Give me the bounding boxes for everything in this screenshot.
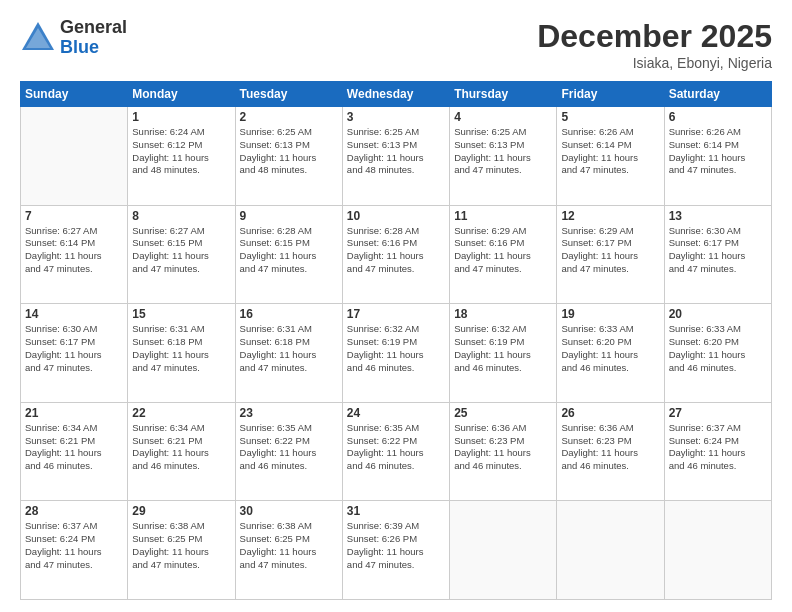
logo: General Blue xyxy=(20,18,127,58)
calendar-cell: 21Sunrise: 6:34 AM Sunset: 6:21 PM Dayli… xyxy=(21,402,128,501)
day-number: 7 xyxy=(25,209,123,223)
day-info: Sunrise: 6:24 AM Sunset: 6:12 PM Dayligh… xyxy=(132,126,230,177)
day-number: 30 xyxy=(240,504,338,518)
calendar-cell: 5Sunrise: 6:26 AM Sunset: 6:14 PM Daylig… xyxy=(557,107,664,206)
calendar-cell xyxy=(450,501,557,600)
logo-text: General Blue xyxy=(60,18,127,58)
day-info: Sunrise: 6:30 AM Sunset: 6:17 PM Dayligh… xyxy=(669,225,767,276)
day-info: Sunrise: 6:25 AM Sunset: 6:13 PM Dayligh… xyxy=(454,126,552,177)
day-number: 27 xyxy=(669,406,767,420)
day-info: Sunrise: 6:33 AM Sunset: 6:20 PM Dayligh… xyxy=(669,323,767,374)
calendar-cell: 27Sunrise: 6:37 AM Sunset: 6:24 PM Dayli… xyxy=(664,402,771,501)
month-title: December 2025 xyxy=(537,18,772,55)
day-info: Sunrise: 6:31 AM Sunset: 6:18 PM Dayligh… xyxy=(132,323,230,374)
day-number: 18 xyxy=(454,307,552,321)
day-info: Sunrise: 6:39 AM Sunset: 6:26 PM Dayligh… xyxy=(347,520,445,571)
day-info: Sunrise: 6:34 AM Sunset: 6:21 PM Dayligh… xyxy=(25,422,123,473)
calendar-cell: 26Sunrise: 6:36 AM Sunset: 6:23 PM Dayli… xyxy=(557,402,664,501)
day-number: 3 xyxy=(347,110,445,124)
calendar-week-5: 28Sunrise: 6:37 AM Sunset: 6:24 PM Dayli… xyxy=(21,501,772,600)
header: General Blue December 2025 Isiaka, Ebony… xyxy=(20,18,772,71)
calendar-cell: 31Sunrise: 6:39 AM Sunset: 6:26 PM Dayli… xyxy=(342,501,449,600)
calendar-cell: 23Sunrise: 6:35 AM Sunset: 6:22 PM Dayli… xyxy=(235,402,342,501)
calendar-cell: 30Sunrise: 6:38 AM Sunset: 6:25 PM Dayli… xyxy=(235,501,342,600)
day-number: 16 xyxy=(240,307,338,321)
day-info: Sunrise: 6:25 AM Sunset: 6:13 PM Dayligh… xyxy=(347,126,445,177)
calendar-cell xyxy=(664,501,771,600)
col-header-monday: Monday xyxy=(128,82,235,107)
day-info: Sunrise: 6:26 AM Sunset: 6:14 PM Dayligh… xyxy=(669,126,767,177)
day-number: 4 xyxy=(454,110,552,124)
calendar-cell: 29Sunrise: 6:38 AM Sunset: 6:25 PM Dayli… xyxy=(128,501,235,600)
day-info: Sunrise: 6:38 AM Sunset: 6:25 PM Dayligh… xyxy=(132,520,230,571)
day-number: 22 xyxy=(132,406,230,420)
day-info: Sunrise: 6:30 AM Sunset: 6:17 PM Dayligh… xyxy=(25,323,123,374)
day-number: 25 xyxy=(454,406,552,420)
title-section: December 2025 Isiaka, Ebonyi, Nigeria xyxy=(537,18,772,71)
calendar-cell: 12Sunrise: 6:29 AM Sunset: 6:17 PM Dayli… xyxy=(557,205,664,304)
day-number: 8 xyxy=(132,209,230,223)
calendar-cell: 18Sunrise: 6:32 AM Sunset: 6:19 PM Dayli… xyxy=(450,304,557,403)
logo-blue-text: Blue xyxy=(60,38,127,58)
logo-general-text: General xyxy=(60,18,127,38)
calendar-cell: 28Sunrise: 6:37 AM Sunset: 6:24 PM Dayli… xyxy=(21,501,128,600)
day-info: Sunrise: 6:33 AM Sunset: 6:20 PM Dayligh… xyxy=(561,323,659,374)
day-info: Sunrise: 6:31 AM Sunset: 6:18 PM Dayligh… xyxy=(240,323,338,374)
day-number: 24 xyxy=(347,406,445,420)
calendar-cell: 1Sunrise: 6:24 AM Sunset: 6:12 PM Daylig… xyxy=(128,107,235,206)
calendar-week-2: 7Sunrise: 6:27 AM Sunset: 6:14 PM Daylig… xyxy=(21,205,772,304)
day-number: 26 xyxy=(561,406,659,420)
day-number: 29 xyxy=(132,504,230,518)
day-info: Sunrise: 6:25 AM Sunset: 6:13 PM Dayligh… xyxy=(240,126,338,177)
day-number: 5 xyxy=(561,110,659,124)
day-number: 12 xyxy=(561,209,659,223)
calendar-week-4: 21Sunrise: 6:34 AM Sunset: 6:21 PM Dayli… xyxy=(21,402,772,501)
day-info: Sunrise: 6:28 AM Sunset: 6:15 PM Dayligh… xyxy=(240,225,338,276)
day-number: 6 xyxy=(669,110,767,124)
day-number: 14 xyxy=(25,307,123,321)
calendar-cell: 11Sunrise: 6:29 AM Sunset: 6:16 PM Dayli… xyxy=(450,205,557,304)
calendar-cell: 17Sunrise: 6:32 AM Sunset: 6:19 PM Dayli… xyxy=(342,304,449,403)
calendar-table: SundayMondayTuesdayWednesdayThursdayFrid… xyxy=(20,81,772,600)
col-header-sunday: Sunday xyxy=(21,82,128,107)
col-header-wednesday: Wednesday xyxy=(342,82,449,107)
calendar-cell xyxy=(557,501,664,600)
logo-icon xyxy=(20,20,56,56)
day-info: Sunrise: 6:26 AM Sunset: 6:14 PM Dayligh… xyxy=(561,126,659,177)
day-info: Sunrise: 6:36 AM Sunset: 6:23 PM Dayligh… xyxy=(561,422,659,473)
day-info: Sunrise: 6:32 AM Sunset: 6:19 PM Dayligh… xyxy=(347,323,445,374)
day-number: 17 xyxy=(347,307,445,321)
day-number: 15 xyxy=(132,307,230,321)
calendar-cell: 22Sunrise: 6:34 AM Sunset: 6:21 PM Dayli… xyxy=(128,402,235,501)
day-number: 21 xyxy=(25,406,123,420)
day-info: Sunrise: 6:34 AM Sunset: 6:21 PM Dayligh… xyxy=(132,422,230,473)
day-info: Sunrise: 6:38 AM Sunset: 6:25 PM Dayligh… xyxy=(240,520,338,571)
day-number: 13 xyxy=(669,209,767,223)
col-header-thursday: Thursday xyxy=(450,82,557,107)
calendar-cell: 8Sunrise: 6:27 AM Sunset: 6:15 PM Daylig… xyxy=(128,205,235,304)
day-number: 10 xyxy=(347,209,445,223)
day-info: Sunrise: 6:36 AM Sunset: 6:23 PM Dayligh… xyxy=(454,422,552,473)
col-header-friday: Friday xyxy=(557,82,664,107)
day-number: 1 xyxy=(132,110,230,124)
calendar-cell: 13Sunrise: 6:30 AM Sunset: 6:17 PM Dayli… xyxy=(664,205,771,304)
day-number: 11 xyxy=(454,209,552,223)
calendar-cell: 19Sunrise: 6:33 AM Sunset: 6:20 PM Dayli… xyxy=(557,304,664,403)
day-info: Sunrise: 6:27 AM Sunset: 6:15 PM Dayligh… xyxy=(132,225,230,276)
calendar-cell: 7Sunrise: 6:27 AM Sunset: 6:14 PM Daylig… xyxy=(21,205,128,304)
day-number: 2 xyxy=(240,110,338,124)
day-number: 20 xyxy=(669,307,767,321)
calendar-week-3: 14Sunrise: 6:30 AM Sunset: 6:17 PM Dayli… xyxy=(21,304,772,403)
calendar-cell: 9Sunrise: 6:28 AM Sunset: 6:15 PM Daylig… xyxy=(235,205,342,304)
calendar-cell: 15Sunrise: 6:31 AM Sunset: 6:18 PM Dayli… xyxy=(128,304,235,403)
day-number: 9 xyxy=(240,209,338,223)
calendar-cell: 16Sunrise: 6:31 AM Sunset: 6:18 PM Dayli… xyxy=(235,304,342,403)
day-number: 28 xyxy=(25,504,123,518)
day-info: Sunrise: 6:35 AM Sunset: 6:22 PM Dayligh… xyxy=(347,422,445,473)
day-number: 23 xyxy=(240,406,338,420)
page: General Blue December 2025 Isiaka, Ebony… xyxy=(0,0,792,612)
day-info: Sunrise: 6:29 AM Sunset: 6:16 PM Dayligh… xyxy=(454,225,552,276)
calendar-cell: 25Sunrise: 6:36 AM Sunset: 6:23 PM Dayli… xyxy=(450,402,557,501)
day-info: Sunrise: 6:27 AM Sunset: 6:14 PM Dayligh… xyxy=(25,225,123,276)
calendar-week-1: 1Sunrise: 6:24 AM Sunset: 6:12 PM Daylig… xyxy=(21,107,772,206)
